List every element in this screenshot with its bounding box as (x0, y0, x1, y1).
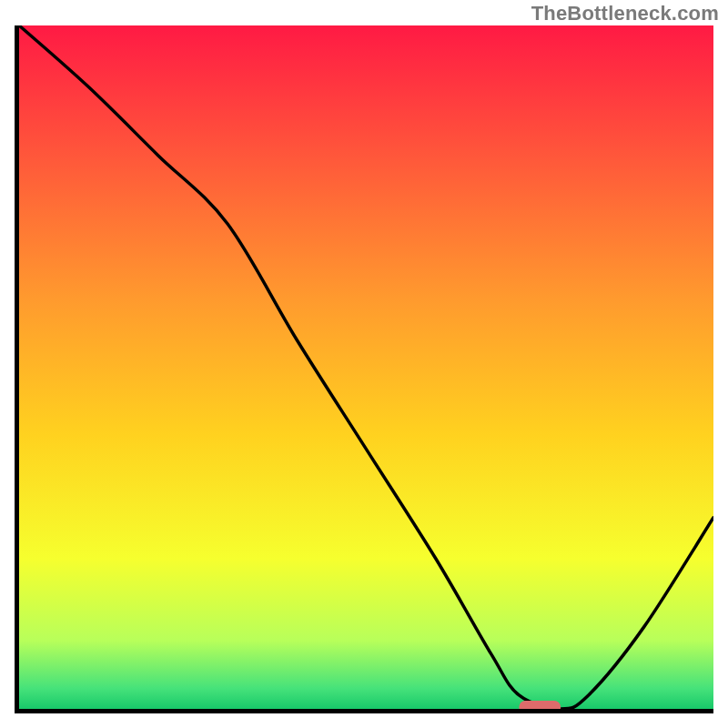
chart-optimal-marker (19, 25, 713, 709)
watermark-text: TheBottleneck.com (531, 2, 719, 25)
chart-plot-area (15, 25, 713, 713)
svg-rect-1 (519, 701, 561, 709)
